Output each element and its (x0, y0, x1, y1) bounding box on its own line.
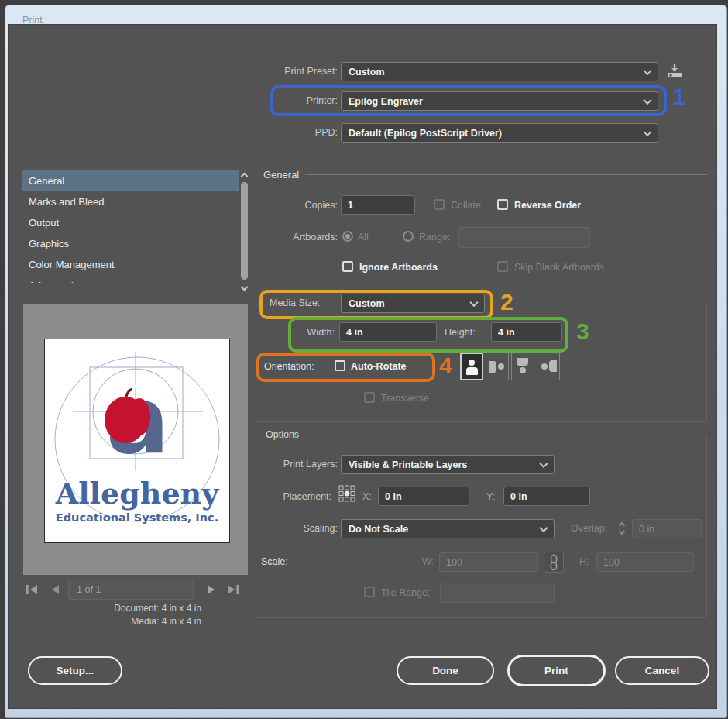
general-section-heading: General (263, 168, 707, 181)
orientation-landscape-right-button[interactable] (537, 353, 560, 380)
allegheny-logo: a Allegheny Educational Systems, Inc. (45, 339, 229, 542)
printer-value: Epilog Engraver (349, 96, 423, 107)
collate-label: Collate (451, 199, 481, 212)
orientation-label: Orientation: (264, 360, 314, 373)
print-layers-value: Visible & Printable Layers (349, 459, 467, 470)
orientation-landscape-left-button[interactable] (486, 353, 509, 380)
artboards-all-label: All (358, 231, 369, 243)
setup-button[interactable]: Setup... (28, 656, 122, 685)
heading-rule (305, 174, 707, 175)
scrollbar-thumb[interactable] (241, 182, 248, 280)
print-dialog: Print Print Preset: Custom Printer: Epil… (0, 0, 728, 719)
ignore-artboards-label: Ignore Artboards (359, 261, 438, 273)
next-page-button (204, 583, 218, 596)
chevron-down-icon (643, 66, 651, 74)
artboards-range-input (458, 227, 590, 248)
scale-link-button (544, 552, 564, 573)
logo-tagline-text: Educational Systems, Inc. (56, 511, 218, 524)
tile-range-label: Tile Range: (381, 587, 430, 599)
tile-range-input (440, 583, 555, 603)
annotation-number-1: 1 (672, 84, 685, 109)
portrait-up-icon (462, 357, 481, 376)
placement-label: Placement: (246, 490, 331, 503)
logo-brand-text: Allegheny (55, 476, 220, 511)
landscape-left-icon (488, 357, 507, 376)
overlap-stepper (618, 520, 627, 537)
placement-x-label: X: (362, 490, 372, 503)
overlap-input: 0 in (632, 519, 702, 538)
previous-page-button (48, 583, 62, 596)
preview-page: a Allegheny Educational Systems, Inc. (44, 339, 230, 543)
artboards-range-radio (403, 231, 414, 242)
sidebar-item-advanced[interactable]: Advanced (22, 275, 239, 283)
sidebar-item-output[interactable]: Output (22, 212, 239, 233)
scaling-dropdown[interactable]: Do Not Scale (341, 519, 555, 538)
first-page-button (25, 583, 39, 596)
chevron-down-icon (539, 459, 548, 467)
reverse-order-checkbox[interactable] (497, 199, 508, 210)
scroll-up-icon[interactable] (241, 173, 249, 181)
sidebar-item-general[interactable]: General (22, 170, 239, 191)
placement-y-input[interactable]: 0 in (503, 487, 590, 506)
skip-blank-artboards-label: Skip Blank Artboards (514, 261, 604, 273)
placement-x-input[interactable]: 0 in (378, 487, 469, 506)
list-scrollbar[interactable] (239, 170, 251, 293)
scaling-label: Scaling: (252, 522, 338, 535)
media-size-text: Media: 4 in x 4 in (23, 615, 201, 628)
printer-dropdown[interactable]: Epilog Engraver (341, 91, 658, 111)
ppd-dropdown[interactable]: Default (Epilog PostScript Driver) (341, 123, 658, 143)
auto-rotate-label: Auto-Rotate (351, 360, 407, 373)
artboards-label: Artboards: (252, 231, 338, 243)
cancel-button[interactable]: Cancel (615, 656, 709, 685)
scale-label: Scale: (261, 556, 288, 568)
tile-range-checkbox (364, 587, 375, 597)
annotation-number-4: 4 (439, 353, 452, 378)
done-button[interactable]: Done (397, 656, 494, 685)
ppd-label: PPD: (252, 126, 338, 139)
options-heading: Options (262, 429, 303, 440)
last-page-button (226, 583, 240, 596)
scaling-value: Do Not Scale (349, 524, 408, 535)
document-size-text: Document: 4 in x 4 in (23, 602, 201, 615)
placement-y-label: Y: (486, 490, 495, 503)
orientation-portrait-down-button[interactable] (511, 353, 534, 380)
height-label: Height: (445, 326, 476, 339)
save-preset-icon[interactable] (664, 62, 685, 81)
placement-grid-icon[interactable] (338, 485, 355, 502)
sidebar-item-color-management[interactable]: Color Management (22, 254, 239, 275)
reverse-order-label: Reverse Order (514, 199, 581, 212)
width-label: Width: (273, 326, 335, 339)
print-preset-dropdown[interactable]: Custom (341, 62, 658, 81)
scale-h-input: 100 (596, 552, 694, 572)
chevron-down-icon (643, 95, 651, 104)
media-size-dropdown[interactable]: Custom (341, 294, 485, 313)
print-preset-label: Print Preset: (252, 65, 338, 77)
auto-rotate-checkbox[interactable] (335, 360, 345, 371)
scale-w-input: 100 (439, 552, 538, 572)
annotation-number-3: 3 (576, 319, 589, 344)
skip-blank-artboards-checkbox (497, 261, 508, 272)
page-indicator-input: 1 of 1 (68, 580, 194, 600)
artboards-range-label: Range: (419, 231, 450, 243)
orientation-portrait-up-button[interactable] (460, 353, 483, 380)
print-layers-label: Print Layers: (252, 458, 338, 470)
media-size-value: Custom (349, 298, 385, 309)
collate-checkbox (434, 199, 445, 210)
ppd-value: Default (Epilog PostScript Driver) (349, 128, 502, 139)
height-input[interactable]: 4 in (491, 322, 562, 342)
scroll-down-icon[interactable] (241, 284, 249, 291)
print-layers-dropdown[interactable]: Visible & Printable Layers (341, 455, 555, 474)
sidebar-item-graphics[interactable]: Graphics (22, 233, 239, 254)
copies-input[interactable]: 1 (341, 195, 415, 215)
document-info: Document: 4 in x 4 in Media: 4 in x 4 in (23, 602, 201, 628)
annotation-number-2: 2 (500, 290, 513, 315)
settings-category-list: General Marks and Bleed Output Graphics … (22, 170, 251, 283)
printer-label: Printer: (252, 95, 338, 107)
copies-label: Copies: (252, 199, 338, 212)
print-button[interactable]: Print (507, 655, 606, 686)
portrait-down-icon (513, 357, 532, 376)
width-input[interactable]: 4 in (339, 322, 437, 342)
chain-link-icon (548, 554, 559, 571)
ignore-artboards-checkbox[interactable] (342, 261, 353, 272)
sidebar-item-marks-and-bleed[interactable]: Marks and Bleed (22, 191, 239, 212)
